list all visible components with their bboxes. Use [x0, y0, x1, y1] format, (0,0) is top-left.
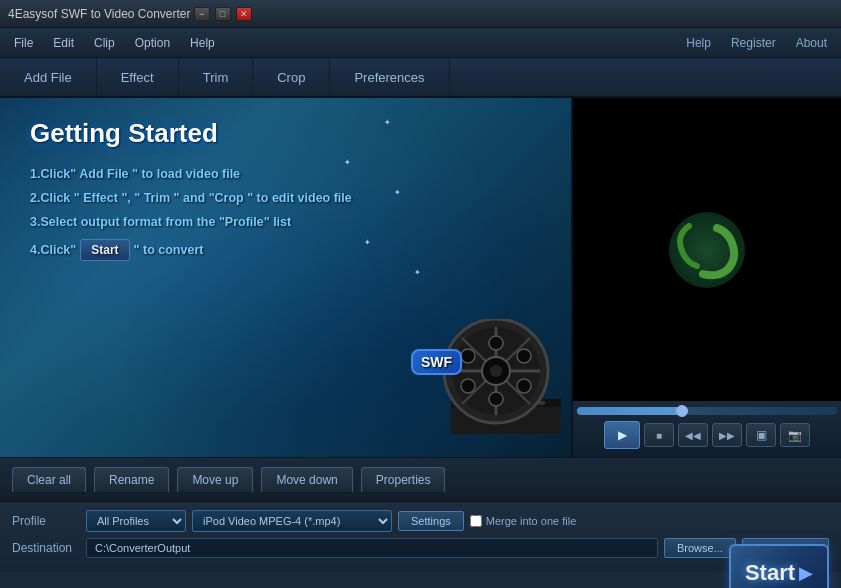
- start-arrow-icon: ▶: [799, 562, 813, 584]
- menu-help-right[interactable]: Help: [676, 32, 721, 54]
- start-label: Start: [745, 560, 795, 586]
- browse-button[interactable]: Browse...: [664, 538, 736, 558]
- profile-label: Profile: [12, 514, 80, 528]
- menu-edit[interactable]: Edit: [43, 32, 84, 54]
- merge-check: Merge into one file: [470, 515, 577, 527]
- svg-point-19: [489, 392, 503, 406]
- start-inline-btn: Start: [80, 239, 129, 261]
- menu-bar: File Edit Clip Option Help Help Register…: [0, 28, 841, 58]
- fast-forward-button[interactable]: ▶▶: [712, 423, 742, 447]
- window-controls: − □ ✕: [191, 7, 252, 21]
- tab-crop[interactable]: Crop: [253, 58, 330, 96]
- svg-point-18: [489, 336, 503, 350]
- destination-label: Destination: [12, 541, 80, 555]
- title-text: 4Easysof SWF to Video Converter: [8, 7, 191, 21]
- swf-badge: SWF: [411, 349, 462, 375]
- minimize-button[interactable]: −: [194, 7, 210, 21]
- bottom-section: Profile All Profiles iPod Video MPEG-4 (…: [0, 502, 841, 588]
- move-down-button[interactable]: Move down: [261, 467, 352, 493]
- menu-about[interactable]: About: [786, 32, 837, 54]
- video-preview: [573, 98, 841, 401]
- play-button[interactable]: ▶: [604, 421, 640, 449]
- camera-button[interactable]: 📷: [780, 423, 810, 447]
- settings-button[interactable]: Settings: [398, 511, 464, 531]
- right-panel: ▶ ■ ◀◀ ▶▶ ▣ 📷: [571, 98, 841, 457]
- getting-started-title: Getting Started: [30, 118, 541, 149]
- properties-button[interactable]: Properties: [361, 467, 446, 493]
- menu-clip[interactable]: Clip: [84, 32, 125, 54]
- video-controls: ▶ ■ ◀◀ ▶▶ ▣ 📷: [573, 401, 841, 457]
- menu-right: Help Register About: [676, 32, 837, 54]
- clear-all-button[interactable]: Clear all: [12, 467, 86, 493]
- maximize-button[interactable]: □: [215, 7, 231, 21]
- svg-point-21: [517, 349, 531, 363]
- toolbar: Add File Effect Trim Crop Preferences: [0, 58, 841, 98]
- destination-input[interactable]: [86, 538, 658, 558]
- merge-label: Merge into one file: [486, 515, 577, 527]
- tab-effect[interactable]: Effect: [97, 58, 179, 96]
- seek-thumb[interactable]: [676, 405, 688, 417]
- step1-text: 1.Click" Add File " to load video file: [30, 167, 541, 181]
- start-button[interactable]: Start ▶: [729, 544, 829, 588]
- svg-point-17: [490, 365, 502, 377]
- step4-text: 4.Click" Start " to convert: [30, 239, 541, 261]
- tab-add-file[interactable]: Add File: [0, 58, 97, 96]
- svg-point-20: [461, 349, 475, 363]
- left-panel: ✦ ✦ ✦ ✦ ✦ Getting Started 1.Click" Add F…: [0, 98, 571, 457]
- film-reel-svg: [431, 319, 561, 439]
- logo-svg: [667, 210, 747, 290]
- tab-preferences[interactable]: Preferences: [330, 58, 449, 96]
- destination-row: Destination Browse... Open Folder: [12, 538, 829, 558]
- menu-help[interactable]: Help: [180, 32, 225, 54]
- tab-trim[interactable]: Trim: [179, 58, 254, 96]
- step3-text: 3.Select output format from the "Profile…: [30, 215, 541, 229]
- settings-bar: Profile All Profiles iPod Video MPEG-4 (…: [0, 502, 841, 572]
- action-bar: Clear all Rename Move up Move down Prope…: [0, 458, 841, 502]
- profile-row: Profile All Profiles iPod Video MPEG-4 (…: [12, 510, 829, 532]
- rewind-button[interactable]: ◀◀: [678, 423, 708, 447]
- snapshot-button[interactable]: ▣: [746, 423, 776, 447]
- title-bar: 4Easysof SWF to Video Converter − □ ✕: [0, 0, 841, 28]
- menu-file[interactable]: File: [4, 32, 43, 54]
- move-up-button[interactable]: Move up: [177, 467, 253, 493]
- main-content: ✦ ✦ ✦ ✦ ✦ Getting Started 1.Click" Add F…: [0, 98, 841, 458]
- film-reel-area: SWF: [421, 319, 561, 449]
- menu-register[interactable]: Register: [721, 32, 786, 54]
- profile-format-select[interactable]: iPod Video MPEG-4 (*.mp4): [192, 510, 392, 532]
- close-button[interactable]: ✕: [236, 7, 252, 21]
- menu-option[interactable]: Option: [125, 32, 180, 54]
- star-deco2: ✦: [344, 158, 351, 167]
- profile-all-select[interactable]: All Profiles: [86, 510, 186, 532]
- stop-button[interactable]: ■: [644, 423, 674, 447]
- svg-point-22: [461, 379, 475, 393]
- merge-checkbox[interactable]: [470, 515, 482, 527]
- seek-bar[interactable]: [577, 407, 837, 415]
- star-deco5: ✦: [414, 268, 421, 277]
- svg-point-23: [517, 379, 531, 393]
- step2-text: 2.Click " Effect ", " Trim " and "Crop "…: [30, 191, 541, 205]
- rename-button[interactable]: Rename: [94, 467, 169, 493]
- player-buttons: ▶ ■ ◀◀ ▶▶ ▣ 📷: [577, 421, 837, 449]
